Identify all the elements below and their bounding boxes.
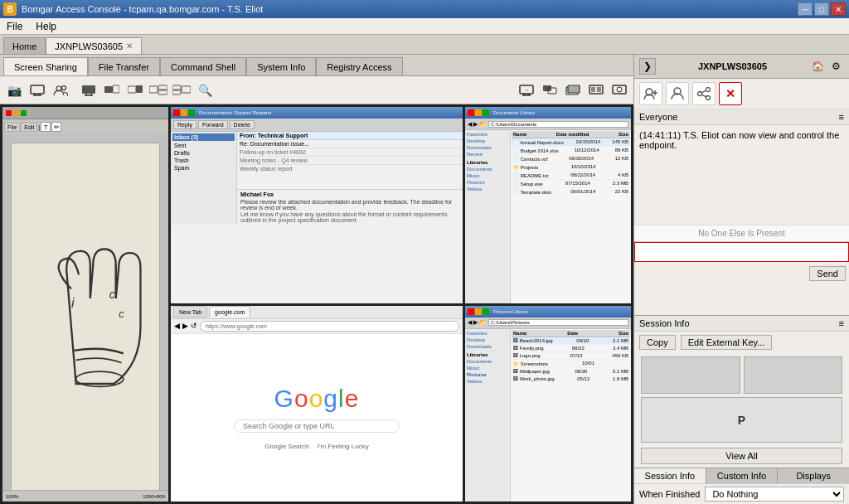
display2-button[interactable] [101,80,123,101]
screen-cell-email: Documentation Support Request Reply Forw… [171,107,463,303]
svg-point-42 [698,92,702,96]
bottom-tabs: Session Info Custom Info Displays [634,468,849,483]
svg-text:c: c [119,308,124,320]
add-participant-button[interactable] [639,82,662,105]
app-icon: B [3,2,17,16]
svg-rect-6 [82,85,95,94]
svg-rect-17 [172,85,181,90]
chat-send-area: Send [634,264,849,283]
chat-everyone-label: Everyone [639,112,677,122]
tab-close-icon[interactable]: ✕ [126,41,133,51]
screen-area[interactable]: File Edit | T ✏ [0,104,633,504]
screen-cell-browser: New Tab google.com ◀▶↺ https://www.googl… [171,306,463,502]
send-button[interactable]: Send [809,266,846,281]
tab-session-info[interactable]: Session Info [634,468,706,483]
session-info-menu-icon[interactable]: ≡ [839,318,844,328]
chat-message: (14:41:11) T.S. Eliot can now view and c… [639,130,839,150]
tab-bar: Home JXNPLWS03605 ✕ [0,35,849,55]
display-thumb-primary[interactable]: P [641,397,842,443]
search-button[interactable]: 🔍 [194,80,216,101]
tab-file-transfer[interactable]: File Transfer [88,57,160,75]
right-panel-header: ❯ JXNPLWS03605 🏠 ⚙ [634,55,849,79]
session-name-label: JXNPLWS03605 [661,61,804,71]
screen-cell-drawing: File Edit | T ✏ [2,107,168,502]
screenshot-button[interactable]: 📷 [3,80,25,101]
tab-home[interactable]: Home [3,37,46,54]
svg-text:→: → [524,87,530,93]
svg-rect-19 [182,86,191,93]
window-controls: ─ □ ✕ [798,2,846,16]
screen-cell-filemanager-bottom: Pictures Library ◀▶📂C:\Users\Pictures Fa… [465,306,631,502]
svg-point-44 [706,96,711,100]
remote-monitor4-button[interactable] [585,80,607,101]
title-bar: B Bomgar Access Console - tcpam.qa.bomga… [0,0,849,18]
chat-divider: No One Else Is Present [634,225,849,241]
main-layout: Screen Sharing File Transfer Command She… [0,55,849,504]
end-session-button[interactable]: ✕ [719,82,742,105]
nav-back-button[interactable]: ❯ [639,58,656,75]
home-icon[interactable]: 🏠 [809,58,826,75]
remote-monitor1-button[interactable]: → [516,80,537,101]
menu-help[interactable]: Help [29,19,63,34]
tab-displays[interactable]: Displays [778,468,849,483]
display5-button[interactable] [171,80,192,101]
chat-header: Everyone ≡ [634,109,849,125]
view-all-button[interactable]: View All [641,448,842,464]
window-title: Bomgar Access Console - tcpam.qa.bomgar.… [22,4,263,14]
remote-monitor3-button[interactable] [562,80,584,101]
svg-rect-15 [158,85,167,90]
display4-button[interactable] [148,80,169,101]
menu-file[interactable]: File [0,19,29,34]
session-info-section: Session Info ≡ Copy Edit External Key...… [634,315,849,504]
svg-text:c: c [109,288,115,301]
users-button[interactable] [50,80,71,101]
when-finished-select[interactable]: Do Nothing [705,487,844,502]
svg-point-33 [617,87,622,92]
chat-section: Everyone ≡ (14:41:11) T.S. Eliot can now… [634,109,849,315]
tab-screen-sharing[interactable]: Screen Sharing [3,57,88,75]
tab-system-info[interactable]: System Info [246,57,316,75]
copy-button[interactable]: Copy [639,335,676,350]
svg-line-45 [701,90,706,93]
edit-external-key-button[interactable]: Edit External Key... [681,335,773,350]
monitor-button[interactable] [27,80,48,101]
tab-custom-info[interactable]: Custom Info [706,468,779,483]
tab-session[interactable]: JXNPLWS03605 ✕ [46,37,142,54]
left-panel: Screen Sharing File Transfer Command She… [0,55,633,504]
settings-icon[interactable]: ⚙ [827,58,844,75]
menu-bar: File Help [0,18,849,35]
remote-monitor5-button[interactable] [609,80,630,101]
display-thumb-1[interactable] [641,356,740,394]
maximize-button[interactable]: □ [814,2,829,16]
svg-text:i: i [71,296,75,310]
right-panel-actions: 🏠 ⚙ [809,58,844,75]
svg-point-5 [62,85,66,90]
display-thumb-2[interactable] [744,356,843,394]
svg-rect-12 [128,86,136,93]
tab-registry-access[interactable]: Registry Access [316,57,402,75]
participant-button[interactable] [666,82,689,105]
when-finished-row: When Finished Do Nothing [634,483,849,504]
svg-rect-18 [172,90,181,94]
tab-command-shell[interactable]: Command Shell [160,57,246,75]
chat-messages: (14:41:11) T.S. Eliot can now view and c… [634,125,849,225]
svg-rect-28 [568,85,580,93]
svg-rect-14 [149,86,158,93]
display1-button[interactable] [78,80,99,101]
minimize-button[interactable]: ─ [798,2,813,16]
feature-tabs: Screen Sharing File Transfer Command She… [0,55,633,76]
display3-button[interactable] [124,80,146,101]
share-button[interactable] [692,82,716,105]
svg-rect-16 [158,90,167,94]
chat-menu-icon[interactable]: ≡ [839,112,844,122]
svg-point-43 [706,88,711,92]
close-button[interactable]: ✕ [831,2,846,16]
chat-input[interactable] [634,242,849,262]
svg-rect-0 [31,85,44,94]
session-info-header: Session Info ≡ [634,316,849,332]
remote-monitor2-button[interactable] [539,80,560,101]
display-thumbnails: P [634,353,849,446]
right-panel: ❯ JXNPLWS03605 🏠 ⚙ ✕ Ever [633,55,849,504]
svg-rect-11 [113,85,119,93]
svg-line-46 [701,94,706,97]
